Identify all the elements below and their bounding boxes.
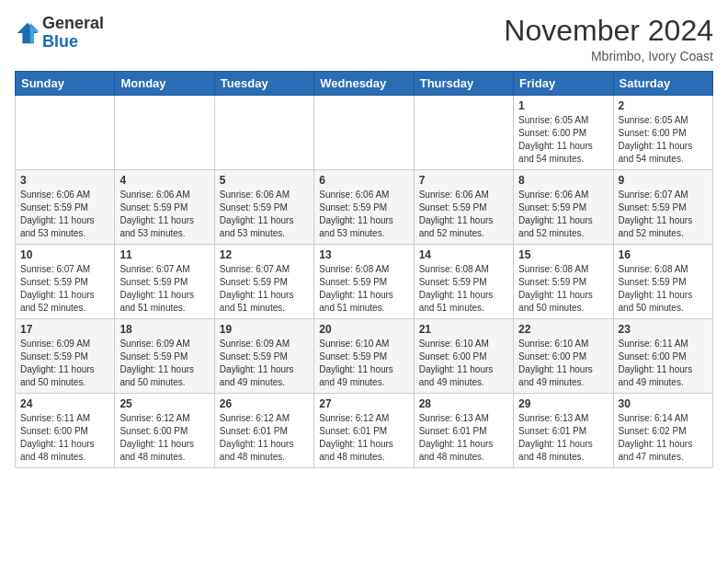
day-info: Sunrise: 6:13 AMSunset: 6:01 PMDaylight:… (419, 412, 508, 464)
calendar-day-cell: 8Sunrise: 6:06 AMSunset: 5:59 PMDaylight… (514, 170, 613, 245)
calendar-day-cell: 12Sunrise: 6:07 AMSunset: 5:59 PMDayligh… (214, 245, 313, 319)
calendar-day-cell: 23Sunrise: 6:11 AMSunset: 6:00 PMDayligh… (613, 319, 712, 394)
day-number: 17 (20, 323, 109, 336)
calendar-day-cell (214, 96, 313, 170)
day-number: 10 (20, 248, 109, 261)
day-info: Sunrise: 6:09 AMSunset: 5:59 PMDaylight:… (220, 338, 309, 389)
day-number: 18 (119, 323, 209, 336)
calendar-day-cell: 29Sunrise: 6:13 AMSunset: 6:01 PMDayligh… (514, 394, 613, 468)
day-info: Sunrise: 6:08 AMSunset: 5:59 PMDaylight:… (419, 263, 508, 315)
calendar-day-cell: 27Sunrise: 6:12 AMSunset: 6:01 PMDayligh… (314, 394, 414, 468)
svg-marker-0 (17, 23, 38, 43)
day-number: 13 (319, 248, 408, 261)
day-of-week-header: Saturday (613, 72, 712, 96)
calendar-day-cell: 24Sunrise: 6:11 AMSunset: 6:00 PMDayligh… (16, 394, 115, 468)
calendar-day-cell (314, 96, 414, 170)
calendar-week-row: 17Sunrise: 6:09 AMSunset: 5:59 PMDayligh… (16, 319, 713, 394)
calendar-header-row: SundayMondayTuesdayWednesdayThursdayFrid… (16, 72, 713, 96)
calendar-day-cell: 21Sunrise: 6:10 AMSunset: 6:00 PMDayligh… (414, 319, 513, 394)
day-number: 20 (319, 323, 408, 336)
calendar-day-cell: 3Sunrise: 6:06 AMSunset: 5:59 PMDaylight… (16, 170, 115, 245)
logo-blue-label: Blue (42, 33, 104, 52)
calendar-day-cell: 26Sunrise: 6:12 AMSunset: 6:01 PMDayligh… (214, 394, 313, 468)
calendar-day-cell: 11Sunrise: 6:07 AMSunset: 5:59 PMDayligh… (115, 245, 214, 319)
calendar-day-cell (115, 96, 214, 170)
calendar-table: SundayMondayTuesdayWednesdayThursdayFrid… (15, 71, 713, 468)
day-info: Sunrise: 6:12 AMSunset: 6:01 PMDaylight:… (220, 412, 309, 464)
day-number: 2 (619, 99, 708, 112)
day-of-week-header: Tuesday (214, 72, 313, 96)
day-number: 30 (619, 397, 708, 410)
calendar-day-cell: 6Sunrise: 6:06 AMSunset: 5:59 PMDaylight… (314, 170, 414, 245)
day-number: 9 (619, 174, 708, 187)
calendar-day-cell: 2Sunrise: 6:05 AMSunset: 6:00 PMDaylight… (613, 96, 712, 170)
day-info: Sunrise: 6:09 AMSunset: 5:59 PMDaylight:… (119, 338, 209, 389)
day-number: 24 (20, 397, 109, 410)
calendar-day-cell: 18Sunrise: 6:09 AMSunset: 5:59 PMDayligh… (115, 319, 214, 394)
day-info: Sunrise: 6:10 AMSunset: 6:00 PMDaylight:… (518, 338, 608, 389)
calendar-day-cell: 16Sunrise: 6:08 AMSunset: 5:59 PMDayligh… (613, 245, 712, 319)
day-number: 3 (20, 174, 109, 187)
calendar-day-cell: 7Sunrise: 6:06 AMSunset: 5:59 PMDaylight… (414, 170, 513, 245)
day-number: 14 (419, 248, 508, 261)
day-info: Sunrise: 6:09 AMSunset: 5:59 PMDaylight:… (20, 338, 109, 389)
day-number: 22 (518, 323, 608, 336)
calendar-day-cell: 28Sunrise: 6:13 AMSunset: 6:01 PMDayligh… (414, 394, 513, 468)
calendar-week-row: 24Sunrise: 6:11 AMSunset: 6:00 PMDayligh… (16, 394, 713, 468)
day-info: Sunrise: 6:06 AMSunset: 5:59 PMDaylight:… (20, 189, 109, 240)
calendar-day-cell (16, 96, 115, 170)
day-of-week-header: Friday (514, 72, 613, 96)
day-info: Sunrise: 6:11 AMSunset: 6:00 PMDaylight:… (619, 338, 708, 389)
day-number: 16 (619, 248, 708, 261)
day-info: Sunrise: 6:10 AMSunset: 6:00 PMDaylight:… (419, 338, 508, 389)
title-block: November 2024 Mbrimbo, Ivory Coast (504, 15, 713, 63)
calendar-day-cell (414, 96, 513, 170)
logo-general-label: General (42, 15, 104, 33)
day-number: 15 (518, 248, 608, 261)
calendar-day-cell: 15Sunrise: 6:08 AMSunset: 5:59 PMDayligh… (514, 245, 613, 319)
calendar-day-cell: 14Sunrise: 6:08 AMSunset: 5:59 PMDayligh… (414, 245, 513, 319)
page: General Blue November 2024 Mbrimbo, Ivor… (0, 0, 728, 483)
day-info: Sunrise: 6:07 AMSunset: 5:59 PMDaylight:… (619, 189, 708, 240)
day-info: Sunrise: 6:06 AMSunset: 5:59 PMDaylight:… (518, 189, 608, 240)
calendar-day-cell: 10Sunrise: 6:07 AMSunset: 5:59 PMDayligh… (16, 245, 115, 319)
day-of-week-header: Monday (115, 72, 214, 96)
calendar-day-cell: 30Sunrise: 6:14 AMSunset: 6:02 PMDayligh… (613, 394, 712, 468)
day-of-week-header: Sunday (16, 72, 115, 96)
logo-text: General Blue (42, 15, 104, 52)
day-number: 7 (419, 174, 508, 187)
day-info: Sunrise: 6:08 AMSunset: 5:59 PMDaylight:… (319, 263, 408, 315)
calendar-day-cell: 17Sunrise: 6:09 AMSunset: 5:59 PMDayligh… (16, 319, 115, 394)
month-title: November 2024 (504, 15, 713, 47)
header: General Blue November 2024 Mbrimbo, Ivor… (15, 15, 713, 63)
day-info: Sunrise: 6:06 AMSunset: 5:59 PMDaylight:… (419, 189, 508, 240)
day-info: Sunrise: 6:07 AMSunset: 5:59 PMDaylight:… (20, 263, 109, 315)
calendar-day-cell: 20Sunrise: 6:10 AMSunset: 5:59 PMDayligh… (314, 319, 414, 394)
day-of-week-header: Wednesday (314, 72, 414, 96)
day-number: 19 (220, 323, 309, 336)
day-number: 8 (518, 174, 608, 187)
day-info: Sunrise: 6:05 AMSunset: 6:00 PMDaylight:… (518, 114, 608, 166)
day-number: 4 (119, 174, 209, 187)
day-info: Sunrise: 6:08 AMSunset: 5:59 PMDaylight:… (518, 263, 608, 315)
day-number: 6 (319, 174, 408, 187)
day-info: Sunrise: 6:12 AMSunset: 6:01 PMDaylight:… (319, 412, 408, 464)
calendar-day-cell: 9Sunrise: 6:07 AMSunset: 5:59 PMDaylight… (613, 170, 712, 245)
calendar-week-row: 10Sunrise: 6:07 AMSunset: 5:59 PMDayligh… (16, 245, 713, 319)
calendar-week-row: 1Sunrise: 6:05 AMSunset: 6:00 PMDaylight… (16, 96, 713, 170)
day-number: 25 (119, 397, 209, 410)
day-number: 26 (220, 397, 309, 410)
logo-icon (15, 20, 40, 46)
day-info: Sunrise: 6:07 AMSunset: 5:59 PMDaylight:… (119, 263, 209, 315)
day-info: Sunrise: 6:05 AMSunset: 6:00 PMDaylight:… (619, 114, 708, 166)
calendar-day-cell: 22Sunrise: 6:10 AMSunset: 6:00 PMDayligh… (514, 319, 613, 394)
calendar-day-cell: 1Sunrise: 6:05 AMSunset: 6:00 PMDaylight… (514, 96, 613, 170)
day-info: Sunrise: 6:06 AMSunset: 5:59 PMDaylight:… (119, 189, 209, 240)
day-number: 23 (619, 323, 708, 336)
day-number: 21 (419, 323, 508, 336)
calendar-week-row: 3Sunrise: 6:06 AMSunset: 5:59 PMDaylight… (16, 170, 713, 245)
day-info: Sunrise: 6:08 AMSunset: 5:59 PMDaylight:… (619, 263, 708, 315)
day-number: 29 (518, 397, 608, 410)
day-number: 5 (220, 174, 309, 187)
day-number: 27 (319, 397, 408, 410)
